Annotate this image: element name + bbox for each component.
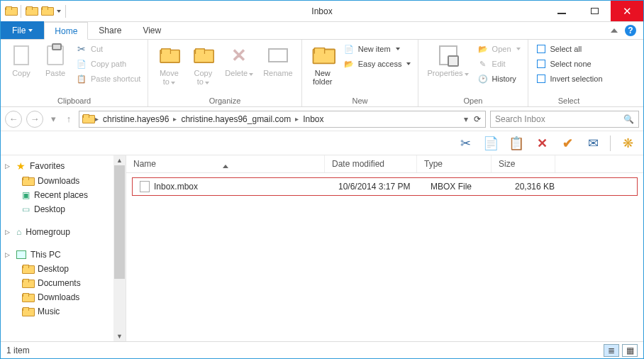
scroll-up-icon[interactable]: ▲ (116, 157, 123, 164)
qat-customize-dropdown[interactable] (57, 10, 61, 13)
column-name[interactable]: Name (126, 155, 325, 172)
scroll-thumb[interactable] (114, 165, 125, 279)
file-row[interactable]: Inbox.mbox 10/6/2014 3:17 PM MBOX File 2… (132, 177, 638, 196)
address-bar[interactable]: ▸ christine.hayes96 ▸ christine.hayes96_… (79, 111, 486, 128)
qat-newfolder-icon[interactable] (41, 6, 52, 17)
file-icon (140, 181, 150, 192)
home-tab[interactable]: Home (44, 22, 88, 40)
open-button[interactable]: 📂Open (476, 43, 522, 55)
search-icon[interactable]: 🔍 (623, 114, 634, 124)
nav-recent-places[interactable]: ▣Recent places (1, 188, 126, 202)
breadcrumb-seg-3[interactable]: Inbox (300, 114, 326, 124)
refresh-icon[interactable]: ⟳ (474, 114, 481, 124)
recent-icon: ▣ (22, 190, 30, 200)
file-name: Inbox.mbox (154, 182, 198, 192)
nav-favorites[interactable]: ▷★Favorites (1, 158, 126, 174)
new-item-button[interactable]: 📄New item (342, 43, 413, 55)
address-dropdown-icon[interactable]: ▾ (464, 114, 468, 124)
move-to-button[interactable]: Move to (154, 43, 184, 87)
paste-shortcut-button[interactable]: 📋Paste shortcut (74, 72, 142, 85)
status-text: 1 item (6, 346, 30, 355)
share-tab[interactable]: Share (88, 21, 132, 39)
select-all-button[interactable]: Select all (534, 43, 604, 55)
up-button[interactable]: ↑ (63, 111, 74, 128)
file-tab-dropdown-icon (28, 29, 33, 32)
scroll-down-icon[interactable]: ▼ (116, 333, 123, 340)
ribbon-group-new: New folder 📄New item 📂Easy access New (302, 40, 419, 106)
shell-icon[interactable]: ❋ (619, 136, 636, 151)
nav-downloads[interactable]: Downloads (1, 174, 126, 188)
chevron-right-icon[interactable]: ▸ (173, 115, 177, 123)
copy-icon (13, 45, 29, 65)
nav-this-pc[interactable]: ▷This PC (1, 248, 126, 262)
nav-pc-downloads[interactable]: Downloads (1, 290, 126, 304)
chevron-right-icon[interactable]: ▸ (95, 115, 99, 123)
maximize-button[interactable] (578, 1, 611, 21)
status-bar: 1 item ≣ ▦ (1, 341, 643, 358)
icons-view-button[interactable]: ▦ (622, 344, 638, 357)
details-view-button[interactable]: ≣ (604, 344, 619, 357)
select-none-icon (535, 58, 547, 70)
scissors-icon: ✂ (76, 43, 87, 55)
properties-button[interactable]: Properties (424, 43, 471, 79)
history-button[interactable]: 🕑History (476, 72, 522, 85)
new-folder-icon (312, 47, 333, 63)
cut-button[interactable]: ✂Cut (74, 43, 142, 55)
address-folder-icon (82, 114, 94, 123)
folder-icon (22, 265, 33, 274)
desktop-icon: ▭ (22, 204, 30, 214)
nav-pc-desktop[interactable]: Desktop (1, 262, 126, 276)
check-icon[interactable]: ✔ (559, 136, 576, 151)
paste-icon (47, 45, 64, 65)
edit-button[interactable]: ✎Edit (476, 57, 522, 70)
folder-icon (22, 279, 33, 288)
delete-button[interactable]: ✕ Delete (222, 43, 256, 79)
ribbon-group-organize: Move to Copy to ✕ Delete Rename Organize (148, 40, 301, 106)
easy-access-button[interactable]: 📂Easy access (342, 57, 413, 70)
nav-scrollbar[interactable]: ▲ ▼ (113, 155, 126, 341)
delete-icon[interactable]: ✕ (533, 136, 550, 151)
copy-to-button[interactable]: Copy to (188, 43, 218, 87)
file-list-pane: Name Date modified Type Size Inbox.mbox … (126, 155, 643, 341)
new-item-icon: 📄 (343, 43, 355, 55)
breadcrumb-seg-1[interactable]: christine.hayes96 (100, 114, 172, 124)
sort-ascending-icon (223, 155, 228, 168)
column-date-modified[interactable]: Date modified (325, 155, 417, 172)
rename-button[interactable]: Rename (260, 43, 296, 79)
help-icon[interactable]: ? (625, 25, 636, 36)
paste-shortcut-icon: 📋 (76, 73, 87, 84)
file-tab-label: File (12, 26, 26, 35)
view-tab[interactable]: View (132, 21, 172, 39)
separator (21, 5, 21, 18)
search-box[interactable]: Search Inbox 🔍 (490, 111, 639, 128)
copy-button[interactable]: Copy (6, 43, 36, 79)
separator (610, 136, 611, 151)
paste-icon[interactable]: 📋 (508, 136, 525, 151)
new-folder-button[interactable]: New folder (308, 43, 338, 87)
column-type[interactable]: Type (417, 155, 492, 172)
chevron-right-icon[interactable]: ▸ (295, 115, 299, 123)
delete-icon: ✕ (231, 45, 247, 67)
cut-icon[interactable]: ✂ (457, 136, 474, 151)
collapse-ribbon-icon[interactable] (611, 28, 618, 33)
invert-selection-button[interactable]: Invert selection (534, 72, 604, 85)
nav-pc-documents[interactable]: Documents (1, 276, 126, 290)
recent-locations-dropdown[interactable]: ▾ (48, 111, 59, 128)
copy-icon[interactable]: 📄 (482, 136, 499, 151)
copy-path-button[interactable]: 📄Copy path (74, 57, 142, 70)
nav-desktop[interactable]: ▭Desktop (1, 202, 126, 216)
breadcrumb-seg-2[interactable]: christine.hayes96_gmail.com (178, 114, 294, 124)
mail-icon[interactable]: ✉ (584, 136, 601, 151)
navigation-pane: ▷★Favorites Downloads ▣Recent places ▭De… (1, 155, 126, 341)
select-none-button[interactable]: Select none (534, 57, 604, 70)
paste-button[interactable]: Paste (40, 43, 70, 79)
forward-button[interactable]: → (26, 111, 43, 128)
column-size[interactable]: Size (492, 155, 555, 172)
minimize-button[interactable] (545, 1, 578, 21)
file-tab[interactable]: File (1, 21, 44, 39)
close-button[interactable]: ✕ (611, 1, 643, 21)
back-button[interactable]: ← (5, 111, 22, 128)
qat-properties-icon[interactable] (26, 6, 37, 17)
nav-pc-music[interactable]: Music (1, 304, 126, 319)
nav-homegroup[interactable]: ▷⌂Homegroup (1, 225, 126, 239)
